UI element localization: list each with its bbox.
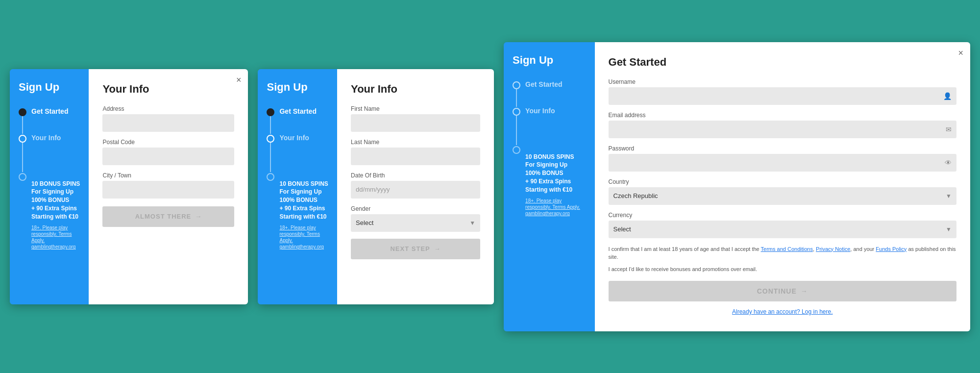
bonus-title-1: 10 BONUS SPINSFor Signing Up100% BONUS+ …: [31, 180, 80, 221]
password-input[interactable]: [609, 154, 956, 172]
blue-sidebar-2: Sign Up Get Started Your Info: [258, 69, 337, 304]
country-select-wrap: Czech Republic United States ▼: [609, 187, 956, 205]
postal-input[interactable]: [102, 148, 234, 165]
privacy-link[interactable]: Privacy Notice: [816, 246, 850, 252]
gender-select[interactable]: Select Male Female: [351, 214, 480, 232]
step-bonus-row: 10 BONUS SPINSFor Signing Up100% BONUS+ …: [19, 172, 80, 250]
email-field: Email address ✉: [609, 112, 956, 138]
eye-icon[interactable]: 👁: [945, 159, 952, 167]
panel-title-3: Get Started: [609, 56, 956, 69]
country-field: Country Czech Republic United States ▼: [609, 178, 956, 205]
bonus-title-3: 10 BONUS SPINSFor Signing Up100% BONUS+ …: [525, 153, 586, 194]
bonus-section-3: 10 BONUS SPINSFor Signing Up100% BONUS+ …: [525, 153, 586, 217]
stepper-2: Get Started Your Info 10 BONUS SPINSFor …: [267, 107, 328, 250]
firstname-field: First Name: [351, 105, 480, 132]
city-input-wrap: [102, 181, 234, 199]
firstname-input[interactable]: [351, 114, 480, 132]
next-step-button[interactable]: NEXT STEP →: [351, 239, 480, 259]
city-label: City / Town: [102, 172, 234, 179]
lastname-input-wrap: [351, 148, 480, 165]
continue-label: CONTINUE: [757, 287, 797, 295]
city-field: City / Town: [102, 172, 234, 199]
almost-there-label: ALMOST THERE: [135, 213, 192, 220]
currency-select-wrap: Select EUR USD ▼: [609, 221, 956, 238]
address-input-wrap: [102, 114, 234, 132]
promo-checkbox-text: I accept I'd like to receive bonuses and…: [609, 265, 956, 274]
signup-title-2: Sign Up: [267, 81, 328, 94]
step-2-label: Your Info: [31, 134, 61, 142]
terms-link-2[interactable]: 18+. Please play responsibly. Terms Appl…: [279, 225, 323, 249]
step3-bonus-row: 10 BONUS SPINSFor Signing Up100% BONUS+ …: [513, 145, 586, 217]
gender-label: Gender: [351, 205, 480, 212]
funds-link[interactable]: Funds Policy: [876, 246, 906, 252]
continue-button[interactable]: CONTINUE →: [609, 281, 956, 301]
step2-1-row: Get Started: [267, 107, 328, 116]
currency-select[interactable]: Select EUR USD: [609, 221, 956, 238]
dob-label: Date Of Birth: [351, 172, 480, 179]
password-input-wrap: 👁: [609, 154, 956, 172]
step2-2-dot: [267, 135, 274, 143]
step2-bonus-row: 10 BONUS SPINSFor Signing Up100% BONUS+ …: [267, 172, 328, 250]
step3-2-label: Your Info: [525, 107, 555, 115]
email-icon: ✉: [946, 125, 952, 133]
terms-link-1[interactable]: 18+. Please play responsibly. Terms Appl…: [31, 225, 75, 249]
step-bonus-dot: [19, 173, 26, 181]
login-link-section: Already have an account? Log in here.: [609, 308, 956, 315]
step2-bonus-line: [267, 172, 274, 181]
step-1-line: [19, 107, 26, 116]
step-bonus-line: [19, 172, 26, 181]
username-input[interactable]: [609, 87, 956, 105]
terms-link[interactable]: Terms and Conditions: [761, 246, 813, 252]
postal-label: Postal Code: [102, 139, 234, 146]
email-input[interactable]: [609, 121, 956, 138]
small-text-1: 18+. Please play responsibly. Terms Appl…: [31, 224, 80, 250]
next-step-label: NEXT STEP: [390, 245, 430, 252]
signup-title-1: Sign Up: [19, 81, 80, 94]
step3-1-line: [513, 80, 520, 89]
step-2-line: [19, 134, 26, 143]
step2-2-label: Your Info: [279, 134, 309, 142]
close-button-1[interactable]: ×: [236, 75, 242, 85]
bonus-section-2: 10 BONUS SPINSFor Signing Up100% BONUS+ …: [279, 180, 328, 250]
white-panel-1: × Your Info Address Postal Code City / T…: [89, 69, 248, 304]
dob-input[interactable]: [351, 181, 480, 199]
address-input[interactable]: [102, 114, 234, 132]
almost-there-button[interactable]: ALMOST THERE →: [102, 206, 234, 227]
step-1-row: Get Started: [19, 107, 80, 116]
terms-checkbox-text: I confirm that I am at least 18 years of…: [609, 245, 956, 261]
step3-1-row: Get Started: [513, 80, 586, 89]
step3-2-line: [513, 107, 520, 116]
step2-2-line: [267, 134, 274, 143]
panel-title-2: Your Info: [351, 83, 480, 96]
blue-sidebar-1: Sign Up Get Started Your Info: [10, 69, 89, 304]
bonus-title-2: 10 BONUS SPINSFor Signing Up100% BONUS+ …: [279, 180, 328, 221]
login-link[interactable]: Already have an account? Log in here.: [732, 308, 833, 315]
connector3-2: [516, 116, 517, 145]
lastname-input[interactable]: [351, 148, 480, 165]
connector3-1: [516, 89, 517, 107]
connector2-2: [270, 143, 271, 172]
password-label: Password: [609, 145, 956, 152]
close-button-3[interactable]: ×: [958, 48, 963, 58]
gender-select-wrap: Select Male Female ▼: [351, 214, 480, 232]
white-panel-2: Your Info First Name Last Name Date Of B…: [337, 69, 494, 304]
stepper-1: Get Started Your Info 10 BONUS SPINSFor …: [19, 107, 80, 250]
lastname-label: Last Name: [351, 139, 480, 146]
country-label: Country: [609, 178, 956, 185]
continue-arrow: →: [801, 287, 808, 295]
checkbox-section: I confirm that I am at least 18 years of…: [609, 245, 956, 274]
step-2-dot: [19, 135, 26, 143]
country-select[interactable]: Czech Republic United States: [609, 187, 956, 205]
gender-field: Gender Select Male Female ▼: [351, 205, 480, 232]
modal-your-info: Sign Up Get Started Your Info: [258, 69, 494, 304]
step3-bonus-dot: [513, 146, 520, 154]
email-input-wrap: ✉: [609, 121, 956, 138]
postal-field: Postal Code: [102, 139, 234, 165]
panel-title-1: Your Info: [102, 83, 234, 96]
username-field: Username 👤: [609, 78, 956, 105]
city-input[interactable]: [102, 181, 234, 199]
terms-link-3[interactable]: 18+. Please play responsibly. Terms Appl…: [525, 198, 580, 216]
username-label: Username: [609, 78, 956, 85]
address-field: Address: [102, 105, 234, 132]
step2-1-label: Get Started: [279, 107, 316, 115]
